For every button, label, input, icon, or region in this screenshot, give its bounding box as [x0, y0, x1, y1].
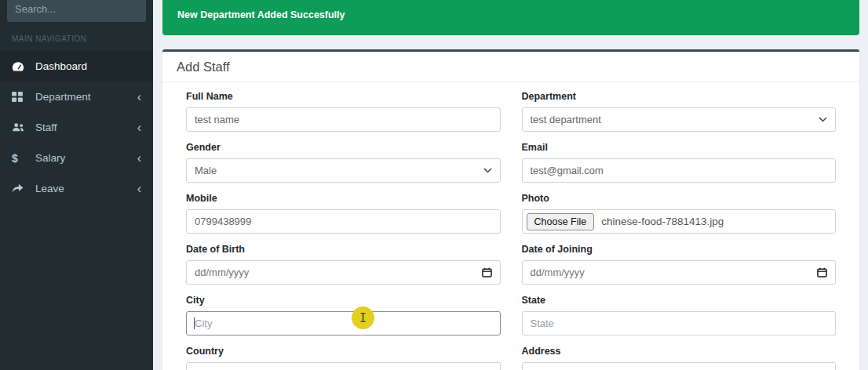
field-full-name: Full Name	[186, 91, 501, 132]
gender-label: Gender	[186, 142, 501, 154]
sidebar-item-salary[interactable]: $ Salary ‹	[0, 143, 153, 173]
date-of-joining-label: Date of Joining	[522, 244, 837, 256]
alert-title: Success!	[177, 0, 844, 2]
full-name-input[interactable]	[186, 107, 501, 132]
city-input[interactable]	[186, 311, 501, 336]
gender-select[interactable]: Male	[186, 158, 501, 183]
address-input[interactable]	[522, 362, 837, 370]
sidebar-item-label: Leave	[35, 183, 64, 194]
field-mobile: Mobile	[186, 193, 501, 234]
department-select[interactable]: test department	[522, 107, 837, 132]
sidebar-item-label: Department	[35, 91, 91, 103]
chevron-left-icon: ‹	[137, 91, 141, 103]
email-input[interactable]	[522, 158, 837, 183]
photo-label: Photo	[522, 193, 837, 205]
sidebar-item-label: Staff	[35, 122, 57, 133]
success-alert: Success! New Department Added Succesfull…	[162, 0, 859, 35]
chevron-down-icon	[483, 168, 492, 173]
chevron-down-icon	[819, 117, 827, 122]
sidebar-item-leave[interactable]: Leave ‹	[0, 173, 153, 204]
date-of-birth-label: Date of Birth	[186, 244, 501, 256]
mobile-input[interactable]	[186, 209, 501, 234]
photo-file-input[interactable]: Choose File chinese-food-7881413.jpg	[522, 209, 837, 234]
mobile-label: Mobile	[186, 193, 501, 205]
field-state: State	[522, 295, 837, 336]
calendar-icon[interactable]	[482, 267, 492, 278]
add-staff-form: Full Name Department test department Gen…	[162, 82, 859, 370]
recorder-cursor-highlight: I	[352, 307, 374, 329]
chevron-left-icon: ‹	[137, 122, 141, 134]
city-label: City	[186, 295, 501, 307]
dollar-icon: $	[12, 152, 29, 165]
field-email: Email	[522, 142, 837, 183]
field-gender: Gender Male	[186, 142, 501, 183]
calendar-icon[interactable]	[817, 267, 827, 278]
sidebar-item-label: Salary	[35, 152, 65, 164]
date-of-joining-input[interactable]: dd/mm/yyyy	[522, 260, 837, 285]
address-label: Address	[522, 346, 837, 357]
sidebar-search	[7, 0, 146, 22]
dashboard-icon	[12, 61, 29, 71]
field-photo: Photo Choose File chinese-food-7881413.j…	[522, 193, 837, 234]
field-date-of-birth: Date of Birth dd/mm/yyyy	[186, 244, 501, 285]
field-date-of-joining: Date of Joining dd/mm/yyyy	[522, 244, 837, 285]
department-label: Department	[522, 91, 837, 103]
field-country: Country Select	[186, 346, 501, 370]
field-department: Department test department	[522, 91, 837, 132]
choose-file-button[interactable]: Choose File	[527, 213, 595, 230]
department-selected-value: test department	[531, 114, 601, 125]
sidebar-section-label: MAIN NAVIGATION	[0, 22, 153, 51]
chevron-left-icon: ‹	[137, 183, 141, 195]
card-title: Add Staff	[162, 52, 859, 82]
full-name-label: Full Name	[186, 91, 501, 103]
state-label: State	[522, 295, 837, 307]
field-city: City	[186, 295, 501, 336]
date-of-birth-placeholder: dd/mm/yyyy	[195, 267, 249, 278]
gender-selected-value: Male	[195, 165, 217, 176]
country-label: Country	[186, 346, 501, 357]
users-icon	[12, 122, 29, 132]
grid-icon	[12, 92, 29, 102]
sidebar-item-department[interactable]: Department ‹	[0, 82, 153, 112]
sidebar: MAIN NAVIGATION Dashboard Department ‹ S…	[0, 0, 153, 370]
sidebar-item-label: Dashboard	[35, 60, 87, 72]
state-input[interactable]	[522, 311, 837, 336]
email-label: Email	[522, 142, 837, 154]
add-staff-card: Add Staff Full Name Department test depa…	[162, 49, 859, 370]
sidebar-item-staff[interactable]: Staff ‹	[0, 112, 153, 143]
date-of-birth-input[interactable]: dd/mm/yyyy	[186, 260, 501, 285]
sidebar-item-dashboard[interactable]: Dashboard	[0, 51, 153, 82]
share-arrow-icon	[12, 183, 29, 194]
text-caret	[194, 317, 195, 329]
country-select[interactable]: Select	[186, 362, 501, 370]
alert-message: New Department Added Succesfully	[177, 9, 844, 21]
chevron-left-icon: ‹	[137, 152, 141, 165]
photo-filename: chinese-food-7881413.jpg	[601, 216, 724, 227]
field-address: Address	[522, 346, 837, 370]
search-input[interactable]	[7, 0, 146, 22]
date-of-joining-placeholder: dd/mm/yyyy	[531, 267, 585, 278]
main-content: Success! New Department Added Succesfull…	[153, 0, 868, 370]
